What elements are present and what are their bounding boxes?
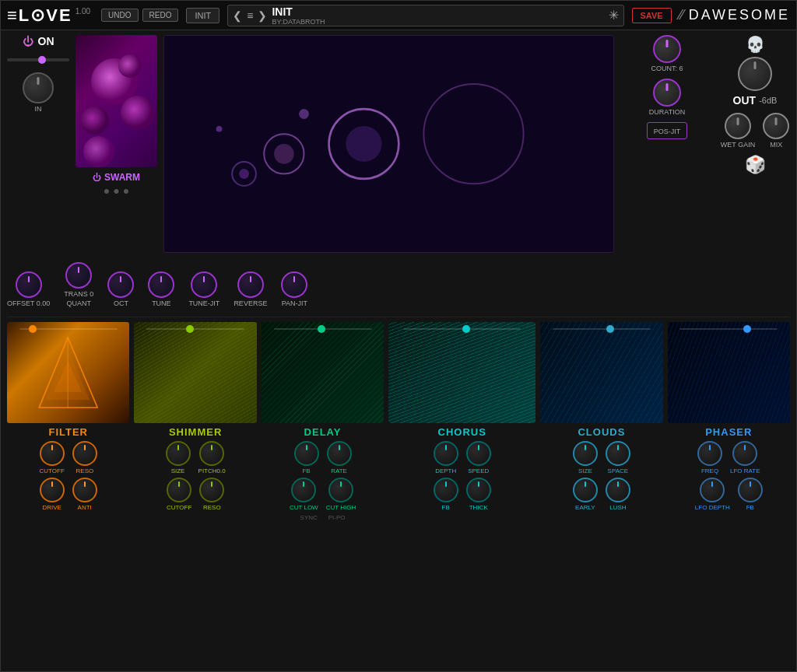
shimmer-name: SHIMMER — [134, 426, 256, 438]
preset-settings-icon[interactable]: ✳ — [609, 8, 619, 23]
far-right-controls: 💀 OUT -6dB WET GAIN — [720, 35, 790, 253]
drive-label: DRIVE — [42, 504, 61, 511]
app-wrapper: ≡L⊙VE 1.00 UNDO REDO INIT ❮ ≡ ❯ INIT BY:… — [0, 0, 797, 672]
out-db: -6dB — [759, 96, 777, 105]
clouds-lush-knob[interactable] — [606, 478, 630, 502]
menu-icon[interactable]: ≡ — [247, 9, 253, 22]
svg-rect-5 — [164, 44, 613, 243]
swarm-label: SWARM — [104, 172, 140, 183]
count-knob[interactable] — [653, 35, 681, 63]
clouds-space-knob[interactable] — [606, 441, 630, 466]
in-slider-thumb[interactable] — [38, 56, 46, 64]
fx-section: FILTER CUTOFF RESO DRIVE — [7, 322, 790, 667]
delay-cuthigh-knob[interactable] — [328, 478, 353, 502]
on-section: ⏻ ON — [23, 35, 54, 47]
tune-knob[interactable] — [148, 271, 174, 298]
duration-knob[interactable] — [653, 79, 681, 107]
pos-jit-box: POS-JIT — [647, 122, 688, 139]
dice-icon[interactable]: 🎲 — [745, 155, 766, 175]
power-icon[interactable]: ⏻ — [23, 35, 33, 47]
delay-cutlow-knob[interactable] — [291, 478, 316, 502]
init-button[interactable]: INIT — [186, 8, 219, 23]
phaser-freq-item: FREQ — [697, 441, 722, 474]
phaser-fb-label: FB — [746, 504, 754, 511]
filter-anti-knob[interactable] — [72, 478, 97, 502]
delay-fb-knob[interactable] — [294, 441, 319, 466]
svg-point-1 — [121, 96, 155, 130]
clouds-name: CLOUDS — [540, 426, 662, 438]
clouds-early-knob[interactable] — [573, 478, 598, 502]
prev-preset-button[interactable]: ❮ — [233, 9, 242, 22]
out-section: 💀 OUT -6dB — [733, 35, 778, 107]
out-knob[interactable] — [738, 57, 772, 91]
mix-knob[interactable] — [763, 113, 789, 139]
offset-knob[interactable] — [16, 271, 42, 298]
svg-point-3 — [118, 54, 142, 78]
duration-label: DURATION — [649, 108, 685, 116]
reverse-knob[interactable] — [237, 271, 264, 298]
chorus-depth-knob[interactable] — [434, 441, 458, 466]
in-slider-track — [7, 58, 69, 61]
phaser-fb-knob[interactable] — [738, 478, 763, 502]
filter-knobs-row1: CUTOFF RESO — [7, 441, 129, 474]
pan-jit-knob-item: PAN-JIT — [281, 271, 307, 307]
phaser-lfo-depth-knob[interactable] — [700, 478, 725, 502]
anti-knob-item: ANTI — [72, 478, 97, 511]
shimmer-cutoff-label: CUTOFF — [167, 504, 191, 511]
phaser-knobs-row2: LFO DEPTH FB — [668, 478, 790, 511]
save-button[interactable]: SAVE — [632, 8, 672, 23]
in-knob-group: IN — [23, 72, 54, 113]
phaser-lfo-rate-knob[interactable] — [732, 441, 757, 466]
shimmer-slider-thumb[interactable] — [186, 325, 194, 333]
clouds-slider — [540, 328, 662, 331]
shimmer-cutoff-knob[interactable] — [167, 478, 191, 502]
delay-rate-knob[interactable] — [327, 441, 352, 466]
out-db-row: OUT -6dB — [733, 94, 778, 107]
chorus-slider-thumb[interactable] — [462, 325, 470, 333]
trans-knob[interactable] — [65, 262, 92, 289]
swarm-power-icon[interactable]: ⏻ — [93, 173, 101, 182]
pan-jit-knob[interactable] — [281, 271, 307, 298]
preset-name: INIT — [272, 5, 603, 18]
offset-knob-item: OFFSET 0.00 — [7, 271, 50, 307]
shimmer-reso-label: RESO — [203, 504, 221, 511]
oct-knob[interactable] — [107, 271, 134, 298]
delay-slider-track — [274, 328, 372, 330]
tune-jit-knob-item: TUNE-JIT — [188, 271, 219, 307]
phaser-freq-knob[interactable] — [697, 441, 722, 466]
clouds-size-label: SIZE — [578, 467, 592, 474]
shimmer-module: SHIMMER SIZE PITCH0.0 CUTOFF — [134, 322, 256, 667]
next-preset-button[interactable]: ❯ — [258, 9, 267, 22]
shimmer-pitch-label: PITCH0.0 — [198, 467, 226, 474]
redo-button[interactable]: REDO — [142, 9, 179, 22]
clouds-size-item: SIZE — [573, 441, 598, 474]
phaser-freq-label: FREQ — [701, 467, 718, 474]
phaser-lfo-depth-label: LFO DEPTH — [695, 504, 730, 511]
chorus-thick-knob[interactable] — [466, 478, 491, 502]
shimmer-size-knob[interactable] — [166, 441, 191, 466]
filter-cutoff-knob[interactable] — [40, 441, 65, 466]
clouds-size-knob[interactable] — [573, 441, 598, 466]
in-knob[interactable] — [23, 72, 54, 103]
clouds-early-item: EARLY — [573, 478, 598, 511]
svg-point-2 — [81, 107, 109, 135]
chorus-speed-knob[interactable] — [466, 441, 491, 466]
chorus-slider-track — [403, 328, 521, 330]
filter-reso-knob[interactable] — [72, 441, 97, 466]
chorus-speed-item: SPEED — [466, 441, 491, 474]
delay-cutlow-item: CUT LOW — [290, 478, 318, 511]
filter-drive-knob[interactable] — [40, 478, 65, 502]
wet-gain-knob[interactable] — [725, 113, 751, 139]
phaser-slider-track — [679, 328, 778, 330]
clouds-early-label: EARLY — [575, 504, 595, 511]
chorus-fb-knob[interactable] — [434, 478, 458, 502]
chorus-depth-item: DEPTH — [434, 441, 458, 474]
shimmer-pitch-knob[interactable] — [199, 441, 224, 466]
phaser-name: PHASER — [668, 426, 790, 438]
tune-jit-knob[interactable] — [191, 271, 217, 298]
chorus-depth-label: DEPTH — [435, 467, 456, 474]
undo-button[interactable]: UNDO — [101, 9, 138, 22]
filter-slider-track — [19, 328, 118, 330]
shimmer-reso-knob[interactable] — [199, 478, 224, 502]
chorus-knobs-row2: FB THICK — [388, 478, 535, 511]
